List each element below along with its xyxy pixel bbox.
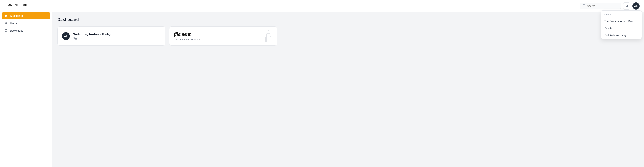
svg-point-0 [6, 22, 6, 23]
user-avatar-button[interactable]: AK [632, 2, 640, 10]
main-content: AK Global The Filament Admin Docs Privat… [52, 0, 644, 167]
github-link[interactable]: GitHub [192, 38, 200, 41]
filament-card: filament Documentation • GitHub [169, 26, 277, 46]
sidebar-item-dashboard-label: Dashboard [10, 14, 23, 17]
sidebar-nav: Dashboard Users Bookmarks [0, 10, 52, 36]
dropdown-section-global: Global [601, 10, 642, 18]
dashboard-cards: AK Welcome, Andreas Kviby Sign out filam… [58, 26, 639, 46]
header: AK Global The Filament Admin Docs Privat… [52, 0, 644, 12]
welcome-avatar: AK [62, 32, 70, 40]
page-title: Dashboard [58, 17, 639, 22]
search-icon [583, 4, 586, 8]
bookmark-button[interactable] [623, 2, 630, 10]
sidebar-item-users-label: Users [10, 22, 17, 25]
search-dropdown: Global The Filament Admin Docs Privata E… [601, 10, 642, 39]
page-content: Dashboard AK Welcome, Andreas Kviby Sign… [52, 12, 644, 167]
sidebar-item-users[interactable]: Users [2, 20, 50, 27]
sidebar: FILAMENTDEMO Dashboard Users [0, 0, 52, 167]
filament-card-content: filament Documentation • GitHub [174, 31, 200, 41]
dropdown-item-filament-docs[interactable]: The Filament Admin Docs [601, 18, 642, 24]
svg-rect-8 [269, 35, 270, 36]
svg-rect-7 [267, 35, 268, 36]
sign-out-link[interactable]: Sign out [73, 37, 111, 40]
filament-illustration [263, 30, 274, 44]
users-icon [4, 22, 8, 25]
app-logo: FILAMENTDEMO [0, 0, 52, 10]
filament-logo: filament [174, 31, 190, 37]
home-icon [4, 14, 8, 18]
sidebar-item-bookmarks-label: Bookmarks [10, 29, 23, 32]
svg-point-1 [583, 4, 585, 6]
welcome-heading: Welcome, Andreas Kviby [73, 32, 111, 36]
sidebar-item-dashboard[interactable]: Dashboard [2, 12, 50, 20]
welcome-card: AK Welcome, Andreas Kviby Sign out [58, 26, 166, 46]
bookmark-icon [4, 29, 8, 32]
welcome-text: Welcome, Andreas Kviby Sign out [73, 32, 111, 40]
search-input[interactable] [587, 4, 617, 8]
dropdown-item-edit-user[interactable]: Edit Andreas Kviby [601, 32, 642, 39]
search-bar[interactable] [580, 2, 621, 9]
sidebar-item-bookmarks[interactable]: Bookmarks [2, 27, 50, 34]
documentation-link[interactable]: Documentation [174, 38, 190, 41]
dropdown-item-privata[interactable]: Privata [601, 24, 642, 32]
filament-links: Documentation • GitHub [174, 38, 200, 41]
